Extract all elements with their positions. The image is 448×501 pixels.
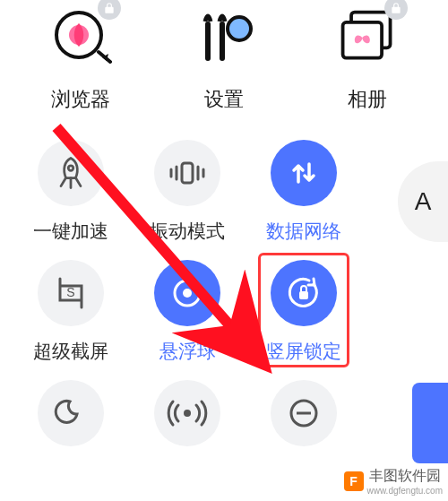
tile-boost[interactable]: 一键加速 <box>13 140 129 244</box>
tile-night[interactable] <box>13 380 129 446</box>
lock-icon <box>98 0 121 20</box>
svg-point-11 <box>183 289 192 298</box>
tile-data-label: 数据网络 <box>266 219 341 244</box>
svg-point-13 <box>184 410 191 417</box>
portrait-lock-icon <box>271 260 337 326</box>
svg-point-7 <box>68 166 73 171</box>
dnd-icon <box>271 380 337 446</box>
vibrate-icon <box>154 140 220 206</box>
quick-settings-panel: { "apps": { "browser": { "label": "浏览器" … <box>0 0 448 501</box>
tile-float-label: 悬浮球 <box>159 339 216 364</box>
app-gallery-label: 相册 <box>348 86 387 113</box>
app-gallery[interactable]: 相册 <box>300 5 435 113</box>
svg-rect-8 <box>182 163 193 183</box>
app-shortcut-row: 浏览器 设置 <box>0 0 448 113</box>
gallery-icon <box>336 5 399 68</box>
settings-icon <box>193 5 255 68</box>
tile-vibrate-label: 振动模式 <box>150 219 225 244</box>
rocket-icon <box>38 140 104 206</box>
tile-screenshot-label: 超级截屏 <box>33 339 108 364</box>
moon-icon <box>38 380 104 446</box>
svg-text:S: S <box>66 285 74 299</box>
font-size-label: A <box>415 187 432 216</box>
browser-icon <box>49 5 112 68</box>
float-icon <box>154 260 220 326</box>
svg-rect-12 <box>299 291 308 299</box>
data-icon <box>271 140 337 206</box>
app-settings-label: 设置 <box>204 86 244 113</box>
app-settings[interactable]: 设置 <box>157 5 291 113</box>
side-handle[interactable] <box>412 383 448 463</box>
tile-data[interactable]: 数据网络 <box>246 140 362 244</box>
tile-dnd[interactable] <box>246 380 362 446</box>
hotspot-icon <box>154 380 220 446</box>
tile-portrait-lock[interactable]: 竖屏锁定 <box>246 260 362 364</box>
tile-screenshot[interactable]: S 超级截屏 <box>13 260 129 364</box>
watermark-url: www.dgfengtu.com <box>367 486 444 496</box>
svg-rect-6 <box>343 22 383 58</box>
app-browser-label: 浏览器 <box>51 86 110 113</box>
quick-tiles-grid: 一键加速 振动模式 数据网络 <box>0 113 448 446</box>
tile-portrait-label: 竖屏锁定 <box>266 339 341 364</box>
tile-boost-label: 一键加速 <box>33 219 108 244</box>
svg-rect-2 <box>220 22 225 61</box>
lock-icon <box>384 0 408 20</box>
tile-vibrate[interactable]: 振动模式 <box>129 140 246 244</box>
watermark-name: 丰图软件园 <box>369 467 444 486</box>
tile-float[interactable]: 悬浮球 <box>129 260 246 364</box>
tile-hotspot[interactable] <box>129 380 246 446</box>
watermark-logo <box>344 471 364 491</box>
watermark: 丰图软件园 www.dgfengtu.com <box>344 467 444 496</box>
app-browser[interactable]: 浏览器 <box>13 5 148 113</box>
svg-rect-1 <box>205 22 211 61</box>
screenshot-icon: S <box>38 260 104 326</box>
